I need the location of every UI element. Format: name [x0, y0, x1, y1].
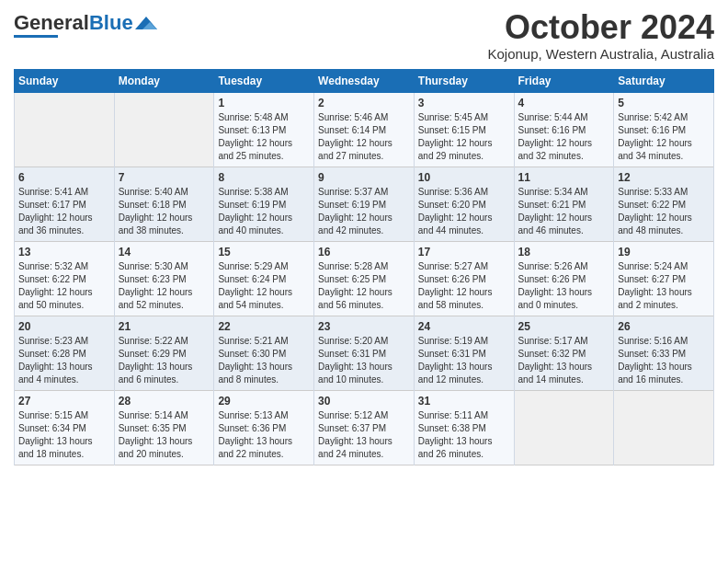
day-number: 3: [418, 97, 510, 109]
day-number: 26: [618, 320, 710, 333]
cell-content: Sunrise: 5:40 AM Sunset: 6:18 PM Dayligh…: [119, 186, 210, 237]
day-number: 4: [518, 97, 610, 109]
day-number: 23: [318, 320, 410, 333]
day-number: 22: [218, 320, 310, 333]
location-title: Kojonup, Western Australia, Australia: [487, 46, 714, 62]
calendar-cell: [15, 92, 115, 167]
month-title: October 2024: [487, 9, 714, 46]
cell-content: Sunrise: 5:11 AM Sunset: 6:38 PM Dayligh…: [418, 409, 510, 461]
cell-content: Sunrise: 5:27 AM Sunset: 6:26 PM Dayligh…: [418, 260, 510, 312]
calendar-cell: 12Sunrise: 5:33 AM Sunset: 6:22 PM Dayli…: [614, 167, 714, 241]
day-number: 9: [318, 171, 410, 184]
calendar-cell: 1Sunrise: 5:48 AM Sunset: 6:13 PM Daylig…: [214, 92, 314, 167]
day-number: 14: [119, 246, 210, 259]
day-number: 20: [18, 320, 110, 333]
logo-icon: [135, 17, 157, 29]
calendar-header: SundayMondayTuesdayWednesdayThursdayFrid…: [15, 69, 714, 92]
calendar-body: 1Sunrise: 5:48 AM Sunset: 6:13 PM Daylig…: [15, 92, 714, 465]
cell-content: Sunrise: 5:20 AM Sunset: 6:31 PM Dayligh…: [318, 335, 410, 386]
cell-content: Sunrise: 5:44 AM Sunset: 6:16 PM Dayligh…: [518, 111, 610, 163]
day-number: 31: [418, 395, 510, 408]
logo-bar: [14, 35, 58, 38]
calendar-cell: 8Sunrise: 5:38 AM Sunset: 6:19 PM Daylig…: [214, 167, 314, 241]
cell-content: Sunrise: 5:26 AM Sunset: 6:26 PM Dayligh…: [518, 260, 610, 312]
cell-content: Sunrise: 5:23 AM Sunset: 6:28 PM Dayligh…: [18, 335, 110, 386]
day-number: 30: [318, 395, 410, 408]
calendar-cell: 19Sunrise: 5:24 AM Sunset: 6:27 PM Dayli…: [614, 241, 714, 316]
calendar-cell: 18Sunrise: 5:26 AM Sunset: 6:26 PM Dayli…: [514, 241, 614, 316]
cell-content: Sunrise: 5:13 AM Sunset: 6:36 PM Dayligh…: [218, 409, 310, 461]
day-number: 13: [18, 246, 110, 259]
logo-blue: Blue: [89, 11, 133, 34]
cell-content: Sunrise: 5:15 AM Sunset: 6:34 PM Dayligh…: [18, 409, 110, 461]
day-number: 18: [518, 246, 610, 259]
day-number: 21: [119, 320, 210, 333]
logo-general: General: [14, 11, 89, 34]
cell-content: Sunrise: 5:37 AM Sunset: 6:19 PM Dayligh…: [318, 186, 410, 237]
day-header-tuesday: Tuesday: [214, 69, 314, 92]
calendar-week-1: 6Sunrise: 5:41 AM Sunset: 6:17 PM Daylig…: [15, 167, 714, 241]
logo-text: GeneralBlue: [14, 13, 133, 33]
title-area: October 2024 Kojonup, Western Australia,…: [487, 9, 714, 62]
day-number: 2: [318, 97, 410, 109]
day-number: 16: [318, 246, 410, 259]
calendar-cell: [514, 390, 614, 465]
calendar-cell: [614, 390, 714, 465]
logo: GeneralBlue: [14, 13, 157, 38]
day-number: 15: [218, 246, 310, 259]
days-of-week-row: SundayMondayTuesdayWednesdayThursdayFrid…: [15, 69, 714, 92]
cell-content: Sunrise: 5:38 AM Sunset: 6:19 PM Dayligh…: [218, 186, 310, 237]
calendar-cell: 26Sunrise: 5:16 AM Sunset: 6:33 PM Dayli…: [614, 316, 714, 390]
cell-content: Sunrise: 5:24 AM Sunset: 6:27 PM Dayligh…: [618, 260, 710, 312]
cell-content: Sunrise: 5:46 AM Sunset: 6:14 PM Dayligh…: [318, 111, 410, 163]
day-header-thursday: Thursday: [414, 69, 514, 92]
cell-content: Sunrise: 5:16 AM Sunset: 6:33 PM Dayligh…: [618, 335, 710, 386]
cell-content: Sunrise: 5:30 AM Sunset: 6:23 PM Dayligh…: [119, 260, 210, 312]
calendar-table: SundayMondayTuesdayWednesdayThursdayFrid…: [14, 69, 714, 465]
cell-content: Sunrise: 5:12 AM Sunset: 6:37 PM Dayligh…: [318, 409, 410, 461]
calendar-cell: 3Sunrise: 5:45 AM Sunset: 6:15 PM Daylig…: [414, 92, 514, 167]
cell-content: Sunrise: 5:45 AM Sunset: 6:15 PM Dayligh…: [418, 111, 510, 163]
calendar-cell: 31Sunrise: 5:11 AM Sunset: 6:38 PM Dayli…: [414, 390, 514, 465]
calendar-cell: 13Sunrise: 5:32 AM Sunset: 6:22 PM Dayli…: [15, 241, 115, 316]
cell-content: Sunrise: 5:17 AM Sunset: 6:32 PM Dayligh…: [518, 335, 610, 386]
day-number: 27: [18, 395, 110, 408]
cell-content: Sunrise: 5:14 AM Sunset: 6:35 PM Dayligh…: [119, 409, 210, 461]
calendar-cell: 6Sunrise: 5:41 AM Sunset: 6:17 PM Daylig…: [15, 167, 115, 241]
calendar-cell: 23Sunrise: 5:20 AM Sunset: 6:31 PM Dayli…: [314, 316, 415, 390]
calendar-cell: 9Sunrise: 5:37 AM Sunset: 6:19 PM Daylig…: [314, 167, 415, 241]
day-number: 1: [218, 97, 310, 109]
cell-content: Sunrise: 5:48 AM Sunset: 6:13 PM Dayligh…: [218, 111, 310, 163]
day-number: 8: [218, 171, 310, 184]
calendar-week-2: 13Sunrise: 5:32 AM Sunset: 6:22 PM Dayli…: [15, 241, 714, 316]
calendar-cell: 22Sunrise: 5:21 AM Sunset: 6:30 PM Dayli…: [214, 316, 314, 390]
day-number: 24: [418, 320, 510, 333]
cell-content: Sunrise: 5:21 AM Sunset: 6:30 PM Dayligh…: [218, 335, 310, 386]
cell-content: Sunrise: 5:33 AM Sunset: 6:22 PM Dayligh…: [618, 186, 710, 237]
day-number: 28: [119, 395, 210, 408]
cell-content: Sunrise: 5:42 AM Sunset: 6:16 PM Dayligh…: [618, 111, 710, 163]
cell-content: Sunrise: 5:41 AM Sunset: 6:17 PM Dayligh…: [18, 186, 110, 237]
calendar-cell: 20Sunrise: 5:23 AM Sunset: 6:28 PM Dayli…: [15, 316, 115, 390]
cell-content: Sunrise: 5:34 AM Sunset: 6:21 PM Dayligh…: [518, 186, 610, 237]
calendar-cell: 14Sunrise: 5:30 AM Sunset: 6:23 PM Dayli…: [114, 241, 214, 316]
calendar-cell: 21Sunrise: 5:22 AM Sunset: 6:29 PM Dayli…: [114, 316, 214, 390]
cell-content: Sunrise: 5:22 AM Sunset: 6:29 PM Dayligh…: [119, 335, 210, 386]
cell-content: Sunrise: 5:28 AM Sunset: 6:25 PM Dayligh…: [318, 260, 410, 312]
calendar-cell: 15Sunrise: 5:29 AM Sunset: 6:24 PM Dayli…: [214, 241, 314, 316]
calendar-cell: 29Sunrise: 5:13 AM Sunset: 6:36 PM Dayli…: [214, 390, 314, 465]
day-number: 7: [119, 171, 210, 184]
calendar-cell: 10Sunrise: 5:36 AM Sunset: 6:20 PM Dayli…: [414, 167, 514, 241]
day-number: 12: [618, 171, 710, 184]
day-number: 25: [518, 320, 610, 333]
calendar-cell: 7Sunrise: 5:40 AM Sunset: 6:18 PM Daylig…: [114, 167, 214, 241]
calendar-cell: 16Sunrise: 5:28 AM Sunset: 6:25 PM Dayli…: [314, 241, 415, 316]
calendar-cell: 28Sunrise: 5:14 AM Sunset: 6:35 PM Dayli…: [114, 390, 214, 465]
day-number: 19: [618, 246, 710, 259]
day-number: 10: [418, 171, 510, 184]
calendar-cell: 30Sunrise: 5:12 AM Sunset: 6:37 PM Dayli…: [314, 390, 415, 465]
day-header-sunday: Sunday: [15, 69, 115, 92]
calendar-cell: 17Sunrise: 5:27 AM Sunset: 6:26 PM Dayli…: [414, 241, 514, 316]
calendar-cell: [114, 92, 214, 167]
day-number: 5: [618, 97, 710, 109]
